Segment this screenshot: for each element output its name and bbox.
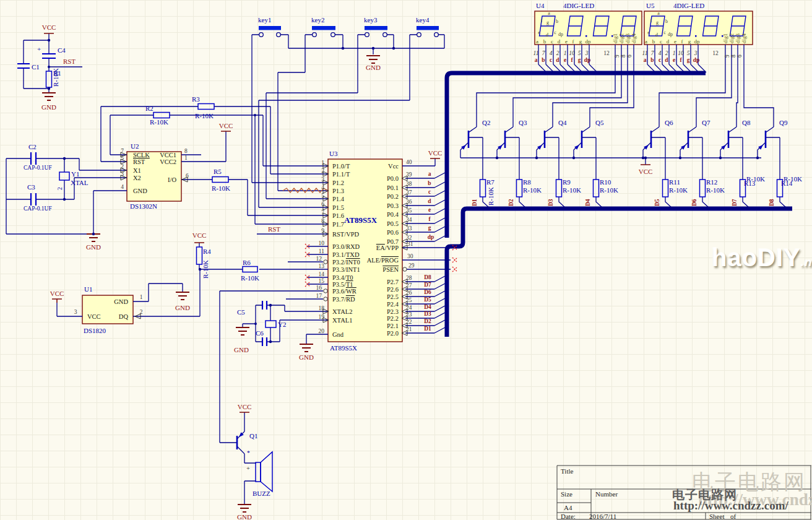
pin-number: 12	[316, 256, 322, 262]
pin-number: 3	[121, 171, 124, 177]
key2-label: key2	[311, 16, 324, 24]
ref-r2: R2	[145, 105, 153, 112]
svg-text:10: 10	[569, 50, 575, 56]
ref-u1: U1	[84, 285, 92, 293]
svg-text:d: d	[558, 38, 561, 45]
svg-text:R-10K: R-10K	[523, 186, 542, 194]
u3-pin-label: P0.5	[387, 220, 399, 227]
u3-pin-label: PSEN	[382, 266, 399, 273]
pin-number: 6	[186, 173, 189, 179]
resistor-r7	[480, 180, 486, 197]
pin-number: 13	[319, 263, 325, 269]
u4-pin-numbers: 11 7 4 2 1 10 5 3 12 9 8 6	[533, 50, 633, 58]
svg-text:Q9: Q9	[779, 119, 788, 126]
ref-u4: U4	[536, 2, 545, 9]
pin-number: 26	[406, 290, 412, 296]
pin-number: 29	[408, 262, 415, 269]
svg-text:9: 9	[614, 54, 620, 58]
ref-c6: C6	[256, 329, 264, 337]
u2-pin-x2: X2	[133, 175, 141, 181]
resistor-r2	[153, 113, 170, 118]
svg-text:R-10K: R-10K	[563, 186, 581, 194]
svg-text:3: 3	[585, 50, 589, 56]
u3-pin-label: P2.2	[387, 315, 399, 322]
key1-switch	[259, 26, 281, 37]
pin-number: 24	[406, 305, 412, 311]
y1-pin2: 2	[57, 187, 63, 190]
svg-text:c: c	[663, 30, 666, 35]
pin-number: 30	[407, 253, 413, 259]
schematic-canvas: VCC RST GND C1 C4 + R1 R-10K C2 CAP-0.1U…	[0, 0, 812, 520]
svg-text:9: 9	[724, 54, 730, 58]
net-label-vcc: VCC	[192, 232, 207, 239]
net-label-gnd: GND	[237, 513, 252, 520]
ref-q1: Q1	[249, 432, 257, 440]
u3-pin-label: P3.4/T0	[332, 274, 353, 281]
resistor-r10	[594, 180, 599, 197]
u3-pin-label: P1.6	[332, 212, 344, 219]
u3-pin-label: P2.5	[387, 293, 399, 300]
net-label-rst: RST	[63, 58, 76, 65]
pin-number: 38	[406, 181, 412, 187]
svg-text:b: b	[542, 57, 545, 63]
pin-number: 4	[321, 184, 324, 191]
svg-text:8: 8	[620, 54, 626, 58]
svg-text:g: g	[546, 20, 549, 25]
svg-text:dp: dp	[668, 32, 673, 37]
svg-text:Q2: Q2	[482, 119, 490, 126]
svg-text:dig4: dig4	[741, 33, 747, 43]
val-r5: R-10K	[212, 184, 230, 192]
val-y1: XTAL	[71, 179, 89, 186]
pin-number: 5	[121, 155, 124, 161]
u4-net-letters: a b c d e f g dp	[535, 57, 591, 63]
net-label: g	[428, 225, 431, 231]
buzzer-symbol	[256, 452, 272, 492]
u3-pin-label: P3.6/WR	[332, 288, 356, 295]
svg-text:Q6: Q6	[665, 119, 673, 126]
u3-pin-label: P0.4	[387, 211, 399, 218]
u2-pin-vcc1: VCC1	[160, 152, 176, 158]
ref-c5: C5	[237, 308, 245, 316]
date-label: Date:	[561, 513, 576, 520]
crystal-y1	[59, 172, 69, 180]
pin-number: 14	[319, 271, 325, 277]
svg-text:7: 7	[651, 50, 655, 56]
pin-number: 20	[319, 328, 325, 334]
pin-number: 9	[321, 228, 324, 234]
wires-bus-hooks	[434, 173, 445, 333]
resistor-r1	[46, 71, 52, 87]
pin-number: 17	[316, 293, 322, 299]
net-label: D1	[424, 326, 431, 332]
net-label: D8	[424, 274, 431, 280]
size-value: A4	[564, 504, 572, 511]
svg-text:5: 5	[687, 50, 690, 56]
pin-number: 8	[184, 148, 188, 154]
u3-pin-vcc: Vcc	[388, 163, 399, 170]
svg-text:Q3: Q3	[519, 119, 527, 126]
net-label: c	[428, 189, 431, 195]
svg-text:D4: D4	[585, 199, 591, 206]
resistor-r3	[198, 104, 214, 110]
u3-pin-label: P3.0/RXD	[332, 243, 360, 250]
svg-text:R-10K: R-10K	[600, 186, 618, 194]
ref-c3: C3	[27, 183, 35, 191]
svg-text:dig1: dig1	[612, 33, 618, 43]
pin-number: 23	[406, 311, 412, 318]
svg-text:4: 4	[550, 50, 553, 56]
net-label-gnd: GND	[366, 64, 381, 71]
val-r2: R-10K	[150, 118, 168, 126]
net-label-gnd: GND	[41, 103, 56, 111]
net-label-vcc: VCC	[219, 122, 233, 129]
svg-text:7: 7	[542, 50, 546, 56]
size-label: Size	[561, 490, 572, 498]
u3-pin-label: P1.5	[332, 204, 344, 211]
pin-number: 5	[321, 193, 324, 199]
svg-text:Q8: Q8	[742, 119, 751, 126]
q1-star: *	[247, 450, 250, 456]
svg-text:R-10K: R-10K	[706, 186, 725, 194]
svg-text:f: f	[650, 18, 652, 24]
svg-text:g: g	[579, 38, 582, 45]
svg-text:R10: R10	[600, 178, 611, 186]
net-label-vcc: VCC	[42, 24, 56, 31]
u3-pin-label: P0.6	[387, 229, 399, 236]
